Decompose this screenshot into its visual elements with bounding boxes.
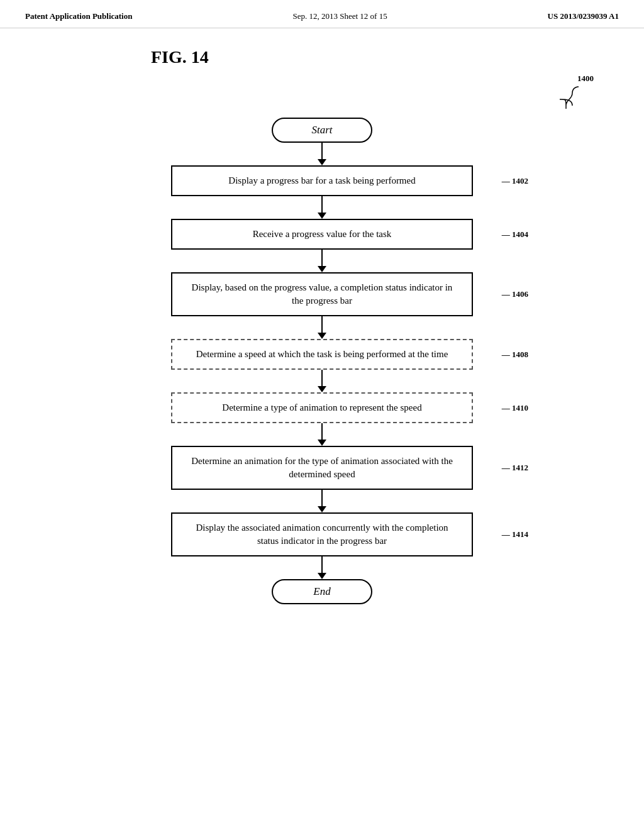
ref-1406: — 1406: [502, 289, 528, 299]
ref-1408: — 1408: [502, 350, 528, 360]
figure-title: FIG. 14: [151, 47, 209, 67]
arrow-4: [318, 316, 326, 339]
start-terminal-row: Start: [272, 118, 372, 143]
header-right: US 2013/0239039 A1: [548, 11, 619, 21]
arrow-6: [318, 423, 326, 446]
start-terminal: Start: [272, 118, 372, 143]
ref-1414: — 1414: [502, 529, 528, 540]
arrow-8: [318, 556, 326, 579]
ref-1410: — 1410: [502, 403, 528, 413]
arrow-7: [318, 490, 326, 512]
ref-1412: — 1412: [502, 463, 528, 473]
step-1406-box: Display, based on the progress value, a …: [171, 272, 473, 316]
ref-1400-label: 1400: [577, 74, 594, 84]
end-terminal: End: [272, 579, 372, 604]
step-1410-row: Determine a type of animation to represe…: [171, 392, 473, 423]
flowchart: Start Display a progress bar for a task …: [146, 118, 498, 604]
ref-1404: — 1404: [502, 230, 528, 240]
step-1412-row: Determine an animation for the type of a…: [171, 446, 473, 490]
step-1412-box: Determine an animation for the type of a…: [171, 446, 473, 490]
step-1408-box: Determine a speed at which the task is b…: [171, 339, 473, 370]
arrow-5: [318, 370, 326, 392]
step-1408-row: Determine a speed at which the task is b…: [171, 339, 473, 370]
step-1402-box: Display a progress bar for a task being …: [171, 165, 473, 196]
end-terminal-row: End: [272, 579, 372, 604]
arrow-3: [318, 250, 326, 272]
diagram-container: FIG. 14 1400 Start Display a progre: [0, 28, 644, 623]
arrow-1: [318, 143, 326, 165]
step-1414-box: Display the associated animation concurr…: [171, 512, 473, 556]
header-center: Sep. 12, 2013 Sheet 12 of 15: [292, 11, 387, 21]
header-left: Patent Application Publication: [25, 11, 132, 21]
ref-1402: — 1402: [502, 176, 528, 186]
step-1402-row: Display a progress bar for a task being …: [171, 165, 473, 196]
step-1404-row: Receive a progress value for the task — …: [171, 219, 473, 250]
step-1404-box: Receive a progress value for the task: [171, 219, 473, 250]
page-header: Patent Application Publication Sep. 12, …: [0, 0, 644, 28]
arrow-2: [318, 196, 326, 219]
step-1414-row: Display the associated animation concurr…: [171, 512, 473, 556]
step-1410-box: Determine a type of animation to represe…: [171, 392, 473, 423]
brace-icon: [560, 84, 591, 109]
step-1406-row: Display, based on the progress value, a …: [171, 272, 473, 316]
